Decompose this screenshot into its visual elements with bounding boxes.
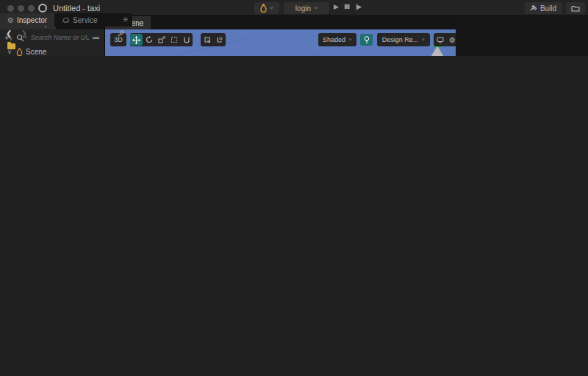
scale-tool-button[interactable] [155,34,168,46]
chevron-down-icon: ∨ [270,6,273,10]
flame-icon [260,4,267,13]
launch-scene-dropdown[interactable]: login ∨ [284,2,329,14]
shading-value: Shaded [323,36,345,43]
camera-preview-button[interactable] [434,34,446,46]
inspector-body [0,56,588,376]
inspector-nav: ❮ ❯ [0,26,132,40]
scene-settings-button[interactable]: ⚙ [446,34,456,46]
platform-dropdown[interactable]: ∨ [254,2,279,14]
back-button[interactable]: ❮ [6,29,12,38]
window-minimize-button[interactable] [18,5,24,12]
window-title: Untitled - taxi [53,4,100,13]
lightbulb-icon [364,36,370,44]
panel-menu-icon[interactable]: ≡ [123,15,128,24]
app-logo-icon [38,4,47,13]
expand-arrow-icon[interactable]: ∨ [6,49,13,55]
folder-icon [7,43,15,49]
rect-tool-button[interactable] [168,34,180,46]
tab-service[interactable]: Service [54,13,104,26]
scene-flame-icon [16,48,23,56]
pin-icon[interactable] [117,29,125,38]
forward-button[interactable]: ❯ [21,29,26,38]
window-close-button[interactable] [7,5,14,12]
scene-light-toggle[interactable] [360,34,373,46]
tab-inspector[interactable]: ⚙ Inspector [0,13,54,26]
gear-icon: ⚙ [7,16,14,24]
step-button[interactable]: |▶ [356,3,361,10]
folder-icon [571,5,580,12]
node-label: Scene [26,48,46,56]
pivot-position-button[interactable] [201,34,213,46]
scene-tabbar: Scene [105,16,456,29]
inspector-panel: ⚙ Inspector Service ≡ ❮ ❯ assets [0,13,132,373]
tab-label: Inspector [17,16,47,24]
transform-toolgroup [130,33,193,46]
play-button[interactable]: ▶ [334,3,338,10]
transform-gizmo-button[interactable] [180,34,193,46]
pivot-toolgroup [201,33,226,46]
window-zoom-button[interactable] [28,5,35,12]
pause-button[interactable]: ▮▮ [344,3,349,10]
design-resolution-dropdown[interactable]: Design Re... ∨ [377,33,430,46]
rotate-tool-button[interactable] [143,34,155,46]
shading-mode-dropdown[interactable]: Shaded ∨ [318,33,356,46]
resolution-value: Design Re... [382,36,419,43]
build-icon [530,4,537,12]
tab-label: Service [73,16,97,24]
open-project-folder-button[interactable] [566,2,585,14]
chevron-down-icon: ∨ [314,6,318,10]
service-icon [62,18,70,23]
build-button[interactable]: Build [525,2,562,14]
camera-toolgroup: ⚙ [434,33,456,46]
pivot-rotation-button[interactable] [213,34,226,46]
build-label: Build [540,4,556,13]
launch-scene-value: login [295,4,311,13]
